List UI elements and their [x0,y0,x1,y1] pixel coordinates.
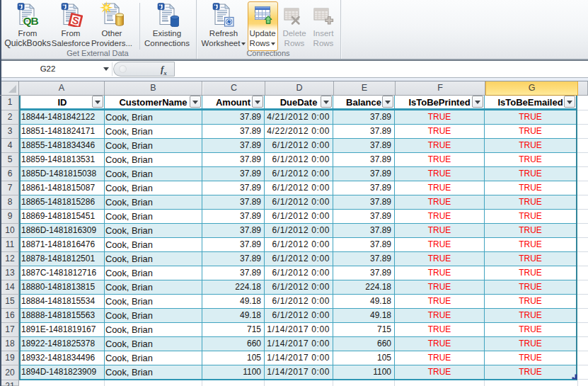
svg-text:QB: QB [23,15,39,27]
